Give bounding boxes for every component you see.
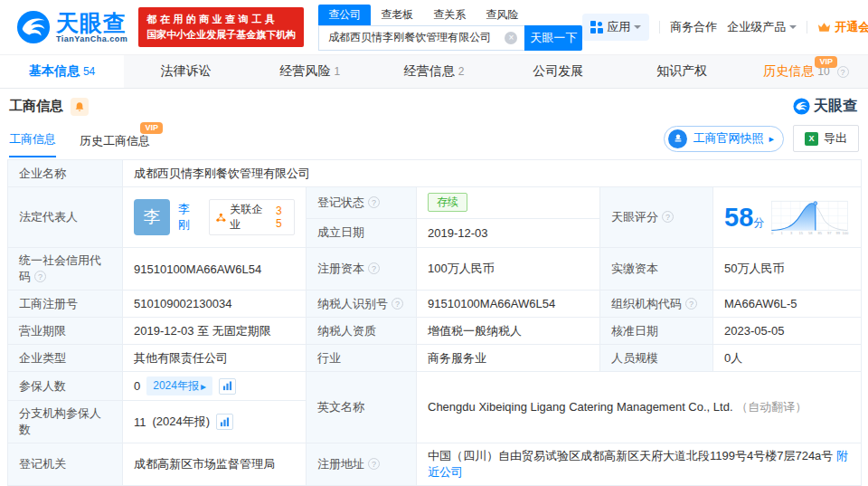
tab-label: 公司发展 — [533, 63, 583, 80]
arrow-right-icon: ▸ — [201, 380, 206, 393]
tab-label: 基本信息 — [29, 63, 80, 80]
question-icon[interactable]: ? — [368, 262, 380, 274]
tab-legal-litigation[interactable]: 法律诉讼 — [124, 55, 248, 88]
subtab-business-info[interactable]: 工商信息 — [9, 131, 56, 157]
tianyancha-watermark: 天眼查 — [793, 97, 857, 116]
question-icon[interactable]: ? — [392, 298, 403, 310]
table-row: 登记机关 成都高新区市场监督管理局 注册地址? 中国（四川）自由贸易试验区成都高… — [8, 443, 862, 486]
watermark-text: 天眼查 — [814, 97, 857, 116]
subtab-history-business-info[interactable]: VIP 历史工商信息 — [80, 133, 150, 157]
tab-label: 经营信息 — [404, 63, 455, 80]
paid-capital-value: 50万人民币 — [713, 248, 862, 291]
relation-graph-icon — [216, 213, 226, 223]
score-distribution-chart[interactable]: 0 1 3 15 58 85 97 99 100 — [769, 194, 850, 241]
org-code-value: MA66AW6L-5 — [713, 291, 862, 318]
branch-insured-trend-chart-button[interactable] — [216, 414, 233, 430]
establish-date-label: 成立日期 — [307, 218, 417, 247]
svg-text:15: 15 — [799, 231, 804, 235]
question-icon[interactable]: ? — [368, 196, 380, 208]
tab-basic-info[interactable]: 基本信息 54 — [0, 55, 124, 88]
branch-insured-label: 分支机构参保人数 — [8, 401, 123, 443]
svg-text:1: 1 — [781, 231, 784, 235]
uscc-label: 统一社会信用代码? — [8, 248, 123, 291]
search-tab-relation[interactable]: 查关系 — [423, 5, 476, 25]
svg-text:58: 58 — [808, 231, 813, 235]
legal-rep-link[interactable]: 李刚 — [178, 201, 201, 233]
subtab-label: 历史工商信息 — [80, 134, 150, 148]
score-number: 58 — [724, 203, 753, 232]
address-label: 注册地址? — [307, 443, 417, 486]
staff-size-label: 人员规模 — [600, 345, 713, 372]
svg-text:0: 0 — [771, 231, 774, 235]
taxpayer-id-value: 91510100MA66AW6L54 — [417, 291, 600, 318]
question-icon[interactable]: ? — [368, 458, 380, 470]
insured-label: 参保人数 — [8, 372, 123, 401]
nav-apps[interactable]: 应用 — [582, 14, 649, 41]
table-row: 营业期限 2019-12-03 至 无固定期限 纳税人资质 增值税一般纳税人 核… — [8, 318, 862, 345]
tab-count: 2 — [458, 65, 465, 78]
export-button-label: 导出 — [824, 130, 847, 147]
business-term-label: 营业期限 — [8, 318, 123, 345]
search-tab-risk[interactable]: 查风险 — [476, 5, 528, 25]
svg-text:97: 97 — [827, 231, 832, 235]
nav-enterprise[interactable]: 企业级产品 — [727, 19, 797, 35]
nav-open-vip[interactable]: 开通会员 — [817, 19, 868, 35]
clear-search-icon[interactable]: × — [505, 32, 517, 44]
top-header: 天眼查 TianYanCha.com 都在用的商业查询工具 国家中小企业发展子基… — [0, 0, 868, 54]
export-button[interactable]: X 导出 — [793, 125, 859, 152]
official-snapshot-button[interactable]: 工商官网快照 ▸ — [664, 126, 784, 152]
address-value: 中国（四川）自由贸易试验区成都高新区天府大道北段1199号4号楼7层724a号 … — [417, 443, 862, 486]
search-tab-company[interactable]: 查公司 — [318, 5, 371, 25]
related-companies-count: 35 — [276, 205, 288, 230]
monitor-bell-button[interactable] — [71, 98, 89, 116]
table-row: 企业类型 其他有限责任公司 行业 商务服务业 人员规模 0人 — [8, 345, 862, 372]
question-icon[interactable]: ? — [34, 271, 46, 282]
english-name-value: Chengdu Xibeiqing Ligang Catering Manage… — [417, 372, 862, 443]
business-info-table: 企业名称 成都西贝情李刚餐饮管理有限公司 法定代表人 李 李刚 关联企业 35 — [7, 159, 862, 486]
question-icon[interactable]: ? — [837, 66, 849, 78]
tab-operation-info[interactable]: 经营信息 2 — [372, 55, 495, 88]
svg-text:85: 85 — [818, 231, 823, 235]
top-nav: 应用 商务合作 企业级产品 开通会员 费米 — [582, 14, 868, 41]
search-tab-boss[interactable]: 查老板 — [371, 5, 423, 25]
question-icon[interactable]: ? — [685, 298, 697, 310]
tianyancha-logo[interactable]: 天眼查 TianYanCha.com — [16, 10, 127, 44]
search-button[interactable]: 天眼一下 — [524, 25, 582, 51]
promo-banner: 都在用的商业查询工具 国家中小企业发展子基金旗下机构 — [138, 7, 304, 47]
legal-rep-value: 李 李刚 关联企业 35 — [123, 187, 307, 248]
avatar[interactable]: 李 — [134, 199, 170, 235]
related-companies-text: 关联企业 — [230, 202, 272, 233]
subtab-row: 工商信息 VIP 历史工商信息 工商官网快照 ▸ X 导出 — [0, 118, 868, 157]
search-input[interactable] — [318, 25, 524, 51]
company-type-value: 其他有限责任公司 — [123, 345, 307, 372]
table-row: 企业名称 成都西贝情李刚餐饮管理有限公司 — [8, 160, 862, 187]
search-area: 查公司 查老板 查关系 查风险 × 天眼一下 — [318, 5, 582, 51]
vip-badge: VIP — [140, 122, 163, 134]
reg-number-label: 工商注册号 — [8, 291, 123, 318]
reg-authority-label: 登记机关 — [8, 443, 123, 486]
paid-capital-label: 实缴资本 — [600, 248, 713, 291]
question-icon[interactable]: ? — [662, 211, 674, 223]
english-name-label: 英文名称 — [307, 372, 417, 443]
section-title: 工商信息 — [9, 98, 63, 115]
company-name-value: 成都西贝情李刚餐饮管理有限公司 — [123, 160, 862, 187]
industry-label: 行业 — [307, 345, 417, 372]
chevron-down-icon — [634, 25, 641, 33]
establish-date-value: 2019-12-03 — [417, 218, 600, 247]
taxpayer-id-label: 纳税人识别号? — [307, 291, 417, 318]
tab-history-info[interactable]: VIP 历史信息 10 ? — [744, 55, 868, 88]
nav-cooperation[interactable]: 商务合作 — [670, 19, 717, 35]
taxpayer-quality-value: 增值税一般纳税人 — [417, 318, 600, 345]
industry-value: 商务服务业 — [417, 345, 600, 372]
insured-trend-chart-button[interactable] — [219, 378, 236, 395]
related-companies-badge[interactable]: 关联企业 35 — [209, 199, 295, 235]
tab-label: 知识产权 — [656, 63, 707, 80]
logo-eye-icon — [793, 98, 810, 115]
tab-company-development[interactable]: 公司发展 — [496, 55, 620, 88]
main-tabstrip: 基本信息 54 法律诉讼 经营风险 1 经营信息 2 公司发展 知识产权 VIP… — [0, 54, 868, 89]
annual-report-link[interactable]: 2024年报▸ — [146, 376, 212, 395]
tab-intellectual-property[interactable]: 知识产权 — [620, 55, 744, 88]
tab-operation-risk[interactable]: 经营风险 1 — [248, 55, 372, 88]
insured-value: 0 2024年报▸ — [123, 372, 307, 401]
nav-divider — [807, 21, 807, 33]
